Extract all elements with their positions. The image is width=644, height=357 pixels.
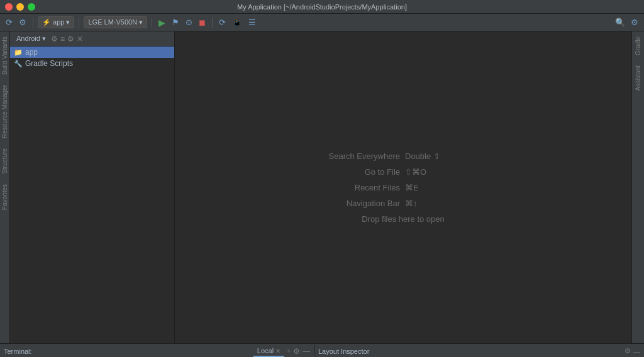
build-variants-tab[interactable]: Build Variants [0, 31, 9, 80]
panel-gear-icon[interactable]: ⚙ [67, 35, 74, 43]
terminal-minimize-icon[interactable]: — [303, 347, 310, 356]
toolbar-right: 🔍 ⚙ [613, 16, 640, 28]
toolbar-sep-1 [33, 18, 33, 28]
terminal-tab-close[interactable]: ✕ [275, 348, 280, 354]
tree-item-app[interactable]: 📁 app [10, 47, 174, 58]
hint-recent-label: Recent Files [312, 183, 400, 192]
inspector-settings-icon[interactable]: ⚙ [625, 347, 631, 355]
main-toolbar: ⟳ ⚙ ⚡ app ▾ LGE LM-V500N ▾ ▶ ⚑ ⊙ ◼ ⟳ 📱 ☰… [0, 14, 644, 31]
hint-search-shortcut: Double ⇧ [405, 151, 440, 161]
terminal-header-label: Terminal: [4, 348, 251, 355]
terminal-header: Terminal: Local ✕ + ⚙ — [0, 344, 314, 357]
hint-nav: Navigation Bar ⌘↑ [312, 199, 494, 208]
device-selector-label: LGE LM-V500N ▾ [88, 18, 143, 26]
bottom-area: Terminal: Local ✕ + ⚙ — suhankim@Suhanui… [0, 343, 644, 357]
attach-button[interactable]: ⊙ [184, 16, 194, 28]
search-icon[interactable]: 🔍 [613, 16, 627, 28]
main-layout: Build Variants Resource Manager Structur… [0, 31, 644, 343]
app-selector-label: ⚡ app ▾ [42, 18, 70, 26]
hint-search: Search Everywhere Double ⇧ [312, 151, 494, 161]
android-dropdown-label: Android ▾ [16, 35, 46, 43]
stop-button[interactable]: ◼ [197, 16, 208, 28]
inspector-panel: Layout Inspector ⚙ — Component Tree ⚙ — … [314, 344, 644, 357]
hint-recent-shortcut: ⌘E [405, 183, 419, 192]
editor-hints: Search Everywhere Double ⇧ Go to File ⇧⌘… [312, 151, 494, 224]
run-button[interactable]: ▶ [157, 16, 167, 29]
sync-icon[interactable]: ⟳ [4, 16, 14, 28]
hint-file-shortcut: ⇧⌘O [405, 167, 426, 177]
terminal-add-tab[interactable]: + [287, 348, 291, 354]
inspector-header: Layout Inspector ⚙ — [314, 344, 644, 357]
hint-search-label: Search Everywhere [312, 151, 400, 161]
inspector-title: Layout Inspector [318, 348, 369, 355]
hint-drop: Drop files here to open [312, 214, 494, 224]
device-selector[interactable]: LGE LM-V500N ▾ [84, 16, 147, 28]
assistant-tab[interactable]: Assistant [633, 60, 643, 96]
hint-file-label: Go to File [312, 167, 400, 177]
right-strip: Gradle Assistant [631, 31, 644, 343]
terminal-tab-label: Local [257, 347, 274, 354]
panel-settings-icon[interactable]: ⚙ [51, 35, 58, 43]
resource-manager-tab[interactable]: Resource Manager [0, 80, 9, 143]
window-controls[interactable] [5, 3, 35, 11]
titlebar: My Application [~/AndroidStudioProjects/… [0, 0, 644, 14]
tree-item-gradle[interactable]: 🔧 Gradle Scripts [10, 58, 174, 69]
editor-area: Search Everywhere Double ⇧ Go to File ⇧⌘… [175, 31, 631, 343]
hint-nav-label: Navigation Bar [312, 199, 400, 208]
folder-icon: 📁 [14, 48, 23, 57]
toolbar-sep-2 [79, 18, 79, 28]
hint-nav-shortcut: ⌘↑ [405, 199, 418, 208]
toolbar-sep-3 [152, 18, 152, 28]
panel-sort-icon[interactable]: ≡ [60, 35, 65, 43]
project-panel: Android ▾ ⚙ ≡ ⚙ ✕ 📁 app 🔧 Gradle Scripts [10, 31, 175, 343]
android-dropdown[interactable]: Android ▾ [14, 33, 48, 44]
toolbar-sep-4 [212, 18, 213, 28]
terminal-settings-icon[interactable]: ⚙ [293, 347, 300, 356]
inspector-minimize-icon[interactable]: — [633, 348, 640, 355]
left-strip: Build Variants Resource Manager Structur… [0, 31, 10, 343]
gear-icon[interactable]: ⚙ [629, 16, 640, 28]
gradle-icon: 🔧 [14, 60, 23, 68]
app-selector[interactable]: ⚡ app ▾ [38, 16, 74, 28]
hint-recent: Recent Files ⌘E [312, 183, 494, 192]
settings-icon[interactable]: ⚙ [17, 16, 28, 28]
minimize-button[interactable] [16, 3, 24, 11]
terminal-local-tab[interactable]: Local ✕ [253, 346, 284, 357]
tree-item-app-label: app [25, 48, 38, 57]
hint-file: Go to File ⇧⌘O [312, 167, 494, 177]
hint-drop-label: Drop files here to open [312, 214, 494, 224]
toolbar-left: ⟳ ⚙ ⚡ app ▾ LGE LM-V500N ▾ ▶ ⚑ ⊙ ◼ ⟳ 📱 ☰ [4, 16, 258, 29]
debug-button[interactable]: ⚑ [170, 16, 181, 28]
tree-item-gradle-label: Gradle Scripts [25, 59, 73, 68]
window-title: My Application [~/AndroidStudioProjects/… [237, 3, 407, 11]
maximize-button[interactable] [28, 3, 35, 11]
gradle-tab[interactable]: Gradle [633, 31, 643, 60]
close-button[interactable] [5, 3, 13, 11]
sync2-icon[interactable]: ⟳ [217, 16, 228, 28]
terminal-panel: Terminal: Local ✕ + ⚙ — suhankim@Suhanui… [0, 344, 314, 357]
avd-icon[interactable]: 📱 [230, 16, 244, 28]
structure-tab[interactable]: Structure [0, 143, 9, 179]
panel-close-icon[interactable]: ✕ [77, 35, 83, 43]
sdk-icon[interactable]: ☰ [247, 16, 258, 28]
favorites-tab[interactable]: Favorites [0, 179, 9, 215]
project-panel-header: Android ▾ ⚙ ≡ ⚙ ✕ [10, 31, 174, 47]
